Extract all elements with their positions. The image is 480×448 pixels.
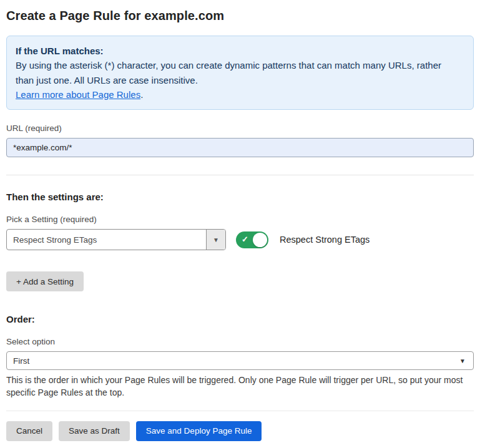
toggle-label: Respect Strong ETags: [280, 235, 370, 245]
toggle-knob: [253, 233, 267, 247]
page-rule-form: Create a Page Rule for example.com If th…: [0, 0, 480, 441]
link-suffix: .: [140, 89, 143, 100]
setting-select[interactable]: Respect Strong ETags ▼: [6, 229, 226, 250]
footer-buttons: Cancel Save as Draft Save and Deploy Pag…: [6, 421, 474, 441]
url-match-info-box: If the URL matches: By using the asteris…: [6, 36, 474, 110]
url-field-label: URL (required): [6, 124, 474, 133]
order-select[interactable]: First ▼: [6, 351, 474, 370]
info-box-body: By using the asterisk (*) character, you…: [16, 58, 453, 87]
setting-select-value: Respect Strong ETags: [7, 230, 206, 250]
order-select-label: Select option: [6, 337, 474, 346]
cancel-button[interactable]: Cancel: [6, 421, 52, 441]
settings-section-heading: Then the settings are:: [6, 192, 474, 202]
divider: [6, 175, 474, 175]
save-deploy-button[interactable]: Save and Deploy Page Rule: [136, 421, 262, 441]
learn-more-link[interactable]: Learn more about Page Rules: [16, 89, 140, 100]
check-icon: ✓: [242, 235, 248, 244]
footer-divider: [6, 411, 474, 411]
chevron-down-icon: ▼: [459, 358, 466, 364]
order-select-value: First: [13, 356, 459, 366]
url-input[interactable]: [6, 138, 474, 157]
pick-setting-label: Pick a Setting (required): [6, 215, 474, 224]
order-section-heading: Order:: [6, 314, 474, 324]
respect-strong-etags-toggle[interactable]: ✓: [236, 231, 268, 248]
page-title: Create a Page Rule for example.com: [6, 9, 474, 23]
info-box-heading: If the URL matches:: [16, 44, 464, 58]
chevron-down-icon: ▼: [213, 236, 219, 243]
add-setting-button[interactable]: + Add a Setting: [6, 271, 84, 291]
order-section: Order: Select option First ▼ This is the…: [6, 314, 474, 399]
setting-select-caret-button[interactable]: ▼: [206, 230, 225, 250]
save-draft-button[interactable]: Save as Draft: [59, 421, 130, 441]
setting-row: Respect Strong ETags ▼ ✓ Respect Strong …: [6, 229, 474, 250]
order-help-text: This is the order in which your Page Rul…: [6, 374, 471, 399]
